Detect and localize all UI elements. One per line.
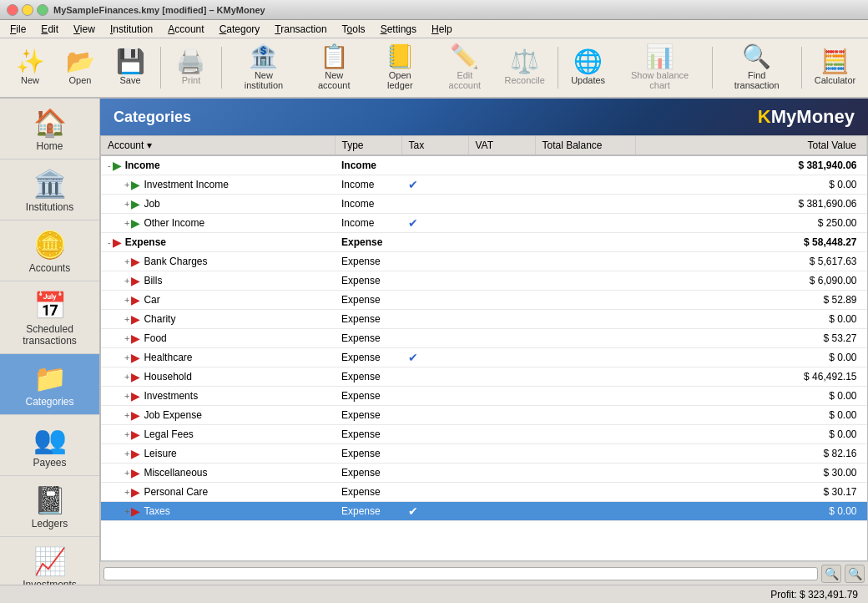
sidebar-item-payees[interactable]: 👥 Payees [0,415,99,476]
table-row[interactable]: + ▶LeisureExpense$ 82.16 [101,444,867,464]
find-transaction-button[interactable]: 🔍 Find transaction [719,41,794,94]
sidebar-item-accounts[interactable]: 🪙 Accounts [0,220,99,281]
menu-file[interactable]: File [3,22,33,37]
account-name-6: Bills [144,275,162,286]
reconcile-button[interactable]: ⚖️ Reconcile [499,41,551,94]
zoom-out-button[interactable]: 🔍 [821,565,841,583]
new-institution-button[interactable]: 🏦 New institution [229,41,299,94]
type-cell-9: Expense [335,329,401,348]
new-button[interactable]: ✨ New [7,41,53,94]
table-row[interactable]: + ▶Personal CareExpense$ 30.17 [101,483,867,502]
print-button[interactable]: 🖨️ Print [168,41,214,94]
expand-btn-12[interactable]: + [124,391,129,401]
expand-btn-3[interactable]: + [124,218,129,228]
table-row[interactable]: + ▶JobIncome$ 381,690.06 [101,195,867,214]
table-row[interactable]: + ▶HealthcareExpense✔$ 0.00 [101,348,867,367]
table-row[interactable]: - ▶IncomeIncome$ 381,940.06 [101,155,867,175]
sidebar-item-categories[interactable]: 📁 Categories [0,354,99,415]
expand-btn-15[interactable]: + [124,448,129,459]
vat-cell-17 [468,483,535,502]
col-type[interactable]: Type [335,136,401,155]
expand-btn-4[interactable]: - [108,237,111,247]
sidebar-item-scheduled[interactable]: 📅 Scheduled transactions [0,281,99,354]
table-row[interactable]: + ▶HouseholdExpense$ 46,492.15 [101,367,867,387]
expand-btn-6[interactable]: + [124,276,129,286]
type-cell-15: Expense [335,444,401,464]
table-row[interactable]: + ▶Job ExpenseExpense$ 0.00 [101,406,867,425]
value-cell-6: $ 6,090.00 [635,271,867,291]
balance-cell-13 [535,406,635,425]
expand-btn-0[interactable]: - [108,160,111,170]
menu-help[interactable]: Help [425,22,459,37]
menu-account[interactable]: Account [161,22,210,37]
table-row[interactable]: + ▶BillsExpense$ 6,090.00 [101,271,867,291]
expand-btn-1[interactable]: + [124,180,129,190]
account-cell-13: + ▶Job Expense [101,406,335,425]
table-row[interactable]: + ▶FoodExpense$ 53.27 [101,329,867,348]
table-row[interactable]: + ▶TaxesExpense✔$ 0.00 [101,502,867,521]
edit-account-button[interactable]: ✏️ Edit account [434,41,496,94]
sidebar-item-home[interactable]: 🏠 Home [0,99,99,160]
menu-tools[interactable]: Tools [336,22,372,37]
close-button[interactable] [7,4,18,16]
menu-institution[interactable]: Institution [103,22,159,37]
account-cell-12: + ▶Investments [101,387,335,406]
expand-btn-14[interactable]: + [124,429,129,439]
table-row[interactable]: + ▶MiscellaneousExpense$ 30.00 [101,464,867,483]
expand-btn-13[interactable]: + [124,410,129,420]
expand-btn-5[interactable]: + [124,256,129,266]
col-vat[interactable]: VAT [468,136,535,155]
menu-category[interactable]: Category [213,22,267,37]
col-total-balance[interactable]: Total Balance [535,136,635,155]
sidebar-item-investments[interactable]: 📈 Investments [0,537,99,585]
expand-btn-18[interactable]: + [124,506,129,516]
expand-btn-9[interactable]: + [124,333,129,343]
sidebar-item-institutions[interactable]: 🏛️ Institutions [0,160,99,220]
col-tax[interactable]: Tax [401,136,468,155]
value-cell-7: $ 52.89 [635,291,867,310]
expand-btn-8[interactable]: + [124,314,129,324]
updates-button[interactable]: 🌐 Updates [565,41,612,94]
table-row[interactable]: + ▶Other IncomeIncome✔$ 250.00 [101,214,867,233]
col-total-value[interactable]: Total Value [635,136,867,155]
balance-cell-12 [535,387,635,406]
zoom-in-button[interactable]: 🔍 [845,565,865,583]
minimize-button[interactable] [22,4,33,16]
save-button[interactable]: 💾 Save [107,41,154,94]
expand-btn-10[interactable]: + [124,352,129,362]
table-row[interactable]: + ▶Bank ChargesExpense$ 5,617.63 [101,252,867,271]
expand-btn-16[interactable]: + [124,468,129,478]
account-name-3: Other Income [144,217,204,229]
expand-btn-7[interactable]: + [124,295,129,305]
menu-view[interactable]: View [67,22,102,37]
open-button[interactable]: 📂 Open [57,41,103,94]
col-account[interactable]: Account ▾ [101,136,335,155]
menu-edit[interactable]: Edit [34,22,65,37]
maximize-button[interactable] [37,4,48,16]
tax-cell-6 [401,271,468,291]
table-row[interactable]: + ▶CharityExpense$ 0.00 [101,310,867,329]
table-row[interactable]: + ▶CarExpense$ 52.89 [101,291,867,310]
sidebar-label-accounts: Accounts [29,262,70,274]
table-row[interactable]: + ▶Legal FeesExpense$ 0.00 [101,425,867,444]
expand-btn-2[interactable]: + [124,199,129,209]
new-account-button[interactable]: 📋 New account [302,41,366,94]
expand-btn-17[interactable]: + [124,487,129,497]
menu-transaction[interactable]: Transaction [268,22,333,37]
table-row[interactable]: - ▶ExpenseExpense$ 58,448.27 [101,233,867,252]
categories-table-wrapper[interactable]: Account ▾ Type Tax VAT Total Balance Tot… [100,135,868,561]
account-cell-15: + ▶Leisure [101,444,335,464]
table-row[interactable]: + ▶Investment IncomeIncome✔$ 0.00 [101,175,867,195]
table-row[interactable]: + ▶InvestmentsExpense$ 0.00 [101,387,867,406]
table-header-row: Account ▾ Type Tax VAT Total Balance Tot… [101,136,867,155]
menu-settings[interactable]: Settings [374,22,423,37]
horizontal-scrollbar[interactable] [103,567,818,580]
sidebar-item-ledgers[interactable]: 📓 Ledgers [0,476,99,537]
account-name-1: Investment Income [144,179,228,190]
expand-btn-11[interactable]: + [124,372,129,382]
open-ledger-button[interactable]: 📒 Open ledger [369,41,431,94]
show-balance-chart-button[interactable]: 📊 Show balance chart [615,41,705,94]
categories-table: Account ▾ Type Tax VAT Total Balance Tot… [101,136,867,521]
value-cell-17: $ 30.17 [635,483,867,502]
calculator-button[interactable]: 🧮 Calculator [809,41,861,94]
